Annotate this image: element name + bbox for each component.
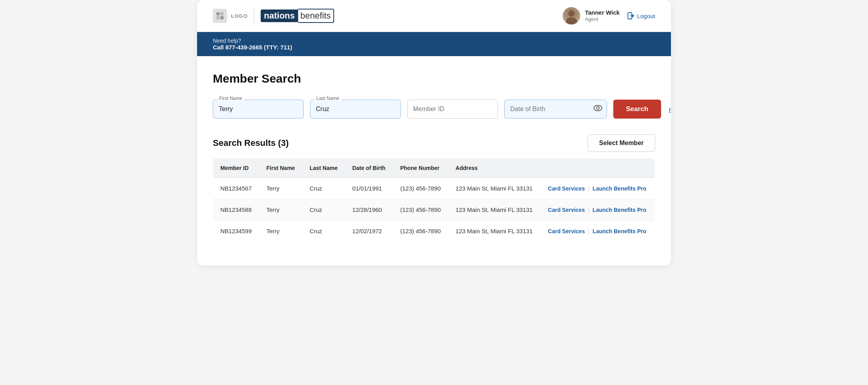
cell-address: 123 Main St, Miami FL 33131	[449, 178, 541, 199]
nations-logo: nations benefits	[261, 9, 334, 23]
logo-icon	[213, 9, 227, 23]
launch-benefits-link[interactable]: Launch Benefits Pro	[593, 207, 646, 213]
dob-wrapper	[504, 100, 607, 119]
cell-actions: Card Services | Launch Benefits Pro	[541, 221, 655, 242]
member-id-field-group	[407, 100, 498, 119]
first-name-field-group: First Name	[213, 100, 304, 119]
card-services-link[interactable]: Card Services	[548, 185, 585, 192]
logout-icon	[628, 12, 635, 19]
cell-dob: 12/28/1960	[345, 199, 393, 221]
cell-actions: Card Services | Launch Benefits Pro	[541, 178, 655, 199]
results-title: Search Results (3)	[213, 138, 289, 148]
cell-address: 123 Main St, Miami FL 33131	[449, 199, 541, 221]
avatar	[563, 7, 580, 25]
launch-benefits-link[interactable]: Launch Benefits Pro	[593, 185, 646, 192]
main-content: Member Search First Name Last Name	[197, 56, 671, 266]
help-text: Need help?	[213, 38, 655, 44]
svg-rect-3	[220, 16, 224, 19]
last-name-label: Last Name	[315, 96, 341, 101]
table-header-row: Member ID First Name Last Name Date of B…	[213, 159, 655, 178]
cell-member-id: NB1234567	[213, 178, 259, 199]
launch-benefits-link[interactable]: Launch Benefits Pro	[593, 228, 646, 234]
page-wrapper: LOGO nations benefits Tanner Wick Agent	[197, 0, 671, 266]
cell-member-id: NB1234588	[213, 199, 259, 221]
last-name-field-group: Last Name	[310, 100, 401, 119]
logo-divider	[254, 9, 254, 23]
svg-rect-0	[216, 12, 220, 15]
user-role: Agent	[585, 16, 620, 23]
svg-point-5	[594, 106, 602, 111]
header-left: LOGO nations benefits	[213, 9, 334, 23]
cell-member-id: NB1234599	[213, 221, 259, 242]
table-body: NB1234567 Terry Cruz 01/01/1991 (123) 45…	[213, 178, 655, 242]
col-first-name: First Name	[259, 159, 303, 178]
col-actions	[541, 159, 655, 178]
svg-point-6	[597, 107, 599, 109]
search-form: First Name Last Name	[213, 100, 655, 119]
help-phone: Call 877-439-2665 (TTY: 711)	[213, 44, 655, 51]
logout-button[interactable]: Logout	[628, 12, 655, 19]
col-member-id: Member ID	[213, 159, 259, 178]
action-divider: |	[588, 207, 590, 213]
card-services-link[interactable]: Card Services	[548, 207, 585, 213]
first-name-label: First Name	[218, 96, 244, 101]
col-last-name: Last Name	[302, 159, 345, 178]
eye-icon[interactable]	[594, 105, 602, 113]
cell-address: 123 Main St, Miami FL 33131	[449, 221, 541, 242]
col-phone: Phone Number	[393, 159, 448, 178]
col-dob: Date of Birth	[345, 159, 393, 178]
header: LOGO nations benefits Tanner Wick Agent	[197, 0, 671, 32]
search-button[interactable]: Search	[613, 100, 661, 119]
user-text: Tanner Wick Agent	[585, 9, 620, 23]
logo-text: LOGO	[231, 13, 248, 19]
results-table: Member ID First Name Last Name Date of B…	[213, 158, 655, 242]
cell-last-name: Cruz	[302, 178, 345, 199]
nations-brand: nations	[261, 9, 298, 22]
svg-rect-1	[220, 12, 224, 15]
cell-dob: 12/02/1972	[345, 221, 393, 242]
cell-last-name: Cruz	[302, 199, 345, 221]
user-name: Tanner Wick	[585, 9, 620, 17]
cell-phone: (123) 456-7890	[393, 178, 448, 199]
table-row: NB1234599 Terry Cruz 12/02/1972 (123) 45…	[213, 221, 655, 242]
reset-button[interactable]: Reset	[667, 101, 671, 119]
last-name-input[interactable]	[310, 100, 401, 119]
cell-last-name: Cruz	[302, 221, 345, 242]
header-right: Tanner Wick Agent Logout	[563, 7, 655, 25]
first-name-input[interactable]	[213, 100, 304, 119]
cell-phone: (123) 456-7890	[393, 199, 448, 221]
benefits-brand: benefits	[298, 9, 334, 23]
cell-actions: Card Services | Launch Benefits Pro	[541, 199, 655, 221]
member-id-input[interactable]	[407, 100, 498, 119]
col-address: Address	[449, 159, 541, 178]
cell-first-name: Terry	[259, 221, 303, 242]
page-title: Member Search	[213, 72, 655, 85]
table-header: Member ID First Name Last Name Date of B…	[213, 159, 655, 178]
table-row: NB1234567 Terry Cruz 01/01/1991 (123) 45…	[213, 178, 655, 199]
dob-input[interactable]	[504, 100, 607, 119]
card-services-link[interactable]: Card Services	[548, 228, 585, 234]
logo-box: LOGO	[213, 9, 248, 23]
select-member-button[interactable]: Select Member	[588, 134, 655, 152]
cell-first-name: Terry	[259, 178, 303, 199]
cell-dob: 01/01/1991	[345, 178, 393, 199]
results-header: Search Results (3) Select Member	[213, 134, 655, 152]
logout-label: Logout	[637, 13, 655, 19]
cell-phone: (123) 456-7890	[393, 221, 448, 242]
action-divider: |	[588, 185, 590, 192]
user-info: Tanner Wick Agent	[563, 7, 620, 25]
dob-field-group	[504, 100, 607, 119]
table-row: NB1234588 Terry Cruz 12/28/1960 (123) 45…	[213, 199, 655, 221]
svg-rect-2	[216, 16, 220, 19]
help-banner: Need help? Call 877-439-2665 (TTY: 711)	[197, 32, 671, 56]
action-divider: |	[588, 228, 590, 234]
cell-first-name: Terry	[259, 199, 303, 221]
avatar-image	[563, 7, 580, 25]
